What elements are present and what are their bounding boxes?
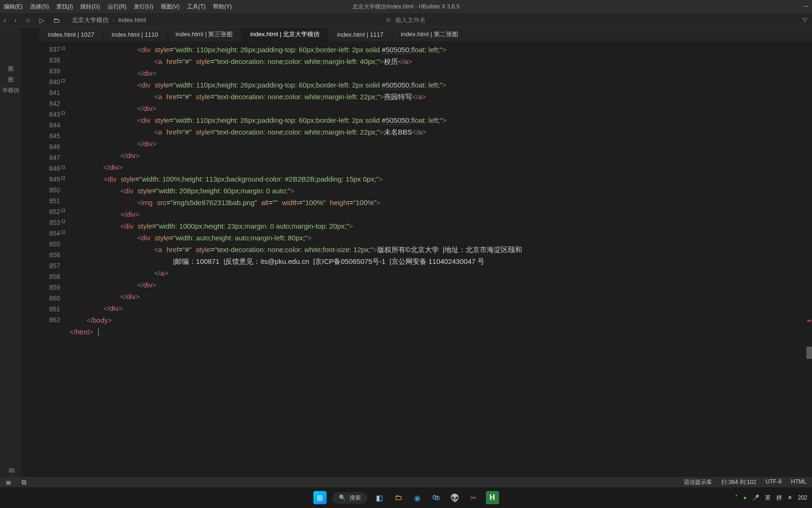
code-area[interactable]: <div style="width: 110px;height: 26px;pa… [64, 41, 812, 496]
taskbar-search-label: 搜索 [350, 494, 361, 502]
terminal-icon[interactable]: ⧉ [22, 478, 26, 486]
menu-tools[interactable]: 工具(T) [187, 3, 205, 11]
store-icon[interactable]: 🛍 [429, 491, 443, 504]
menu-goto[interactable]: 跳转(G) [80, 3, 100, 11]
file-search-input[interactable]: 输入文件名 [395, 16, 426, 24]
line-gutter: 837-838839840-841842843-844845846847848-… [39, 41, 64, 496]
folder-icon[interactable]: 🗀 [53, 16, 60, 24]
breadcrumb-file[interactable]: index.html [118, 16, 146, 24]
start-icon[interactable]: ⊞ [313, 491, 327, 504]
status-grammar[interactable]: 语法提示库 [684, 478, 712, 486]
project-sidebar: 图 图 学模仿 [0, 27, 21, 496]
status-position[interactable]: 行:364 列:102 [721, 478, 756, 486]
tab-pic2[interactable]: index.html | 第二张图 [392, 27, 467, 41]
taskbar-search[interactable]: 🔍 搜索 [332, 492, 367, 504]
run-icon[interactable]: ▷ [39, 16, 45, 24]
menu-view[interactable]: 视图(V) [161, 3, 180, 11]
search-icon: 🔍 [339, 494, 346, 501]
snip-icon[interactable]: ✂ [467, 491, 480, 504]
menu-bar: 编辑(E) 选择(S) 查找(I) 跳转(G) 运行(R) 发行(U) 视图(V… [0, 0, 812, 13]
tab-1117[interactable]: index.html | 1117 [328, 27, 392, 41]
system-tray: ˄ ● 🎤 英 拼 ✕ 202 [735, 494, 807, 502]
menu-help[interactable]: 帮助(Y) [213, 3, 232, 11]
tray-net-icon[interactable]: ✕ [788, 494, 792, 501]
code-editor[interactable]: 837-838839840-841842843-844845846847848-… [39, 41, 812, 496]
wechat-icon[interactable]: ✉ [8, 466, 15, 475]
breadcrumb-root[interactable]: 北京大学模仿 [72, 16, 109, 24]
tray-ime2[interactable]: 拼 [776, 494, 782, 502]
tray-year: 202 [798, 494, 807, 501]
task-view-icon[interactable]: ◧ [373, 491, 386, 504]
forward-icon[interactable]: › [15, 16, 17, 24]
menu-select[interactable]: 选择(S) [30, 3, 49, 11]
tab-pic3[interactable]: index.html | 第三张图 [167, 27, 242, 41]
menu-publish[interactable]: 发行(U) [134, 3, 153, 11]
sidebar-item[interactable]: 图 [0, 65, 21, 73]
tab-pku[interactable]: index.html | 北京大学模仿 [242, 27, 328, 41]
tab-1110[interactable]: index.html | 1110 [103, 27, 167, 41]
vertical-scrollbar[interactable] [806, 41, 812, 490]
back-icon[interactable]: ‹ [4, 16, 6, 24]
edge-icon[interactable]: ◉ [411, 491, 424, 504]
explorer-icon[interactable]: 🗀 [392, 491, 405, 504]
tray-mic-icon[interactable]: 🎤 [752, 494, 759, 501]
status-language[interactable]: HTML [791, 478, 806, 486]
tray-chevron-icon[interactable]: ˄ [735, 494, 738, 501]
menu-run[interactable]: 运行(R) [108, 3, 127, 11]
filter-icon[interactable]: ▽ [803, 16, 807, 24]
search-icon[interactable]: ⎘ [387, 16, 390, 24]
minimize-icon[interactable]: ─ [804, 3, 808, 9]
editor-tabs: index.html | 1027 index.html | 1110 inde… [39, 27, 812, 41]
error-marker [807, 320, 811, 322]
windows-taskbar: ⊞ 🔍 搜索 ◧ 🗀 ◉ 🛍 👽 ✂ H ˄ ● 🎤 英 拼 ✕ 202 [0, 487, 812, 508]
alienware-icon[interactable]: 👽 [448, 491, 461, 504]
outline-icon[interactable]: ≣ [6, 478, 11, 486]
tab-1027[interactable]: index.html | 1027 [39, 27, 103, 41]
window-title: 北京大学模仿/index.html - HBuilder X 3.6.5 [352, 3, 460, 11]
sidebar-item[interactable]: 学模仿 [0, 87, 21, 95]
menu-find[interactable]: 查找(I) [56, 3, 73, 11]
toolbar: ‹ › ☆ ▷ 🗀 北京大学模仿 › index.html ⎘ 输入文件名 ▽ [0, 13, 812, 27]
hbuilder-icon[interactable]: H [486, 491, 499, 504]
status-bar: ≣ ⧉ 语法提示库 行:364 列:102 UTF-8 HTML [0, 477, 812, 487]
tray-ime1[interactable]: 英 [765, 494, 771, 502]
status-encoding[interactable]: UTF-8 [765, 478, 781, 486]
chevron-right-icon: › [112, 16, 114, 24]
breadcrumb: 北京大学模仿 › index.html [72, 16, 146, 24]
sidebar-item[interactable]: 图 [0, 76, 21, 84]
tray-chrome-icon[interactable]: ● [743, 494, 747, 501]
menu-edit[interactable]: 编辑(E) [4, 3, 23, 11]
star-icon[interactable]: ☆ [25, 16, 31, 24]
